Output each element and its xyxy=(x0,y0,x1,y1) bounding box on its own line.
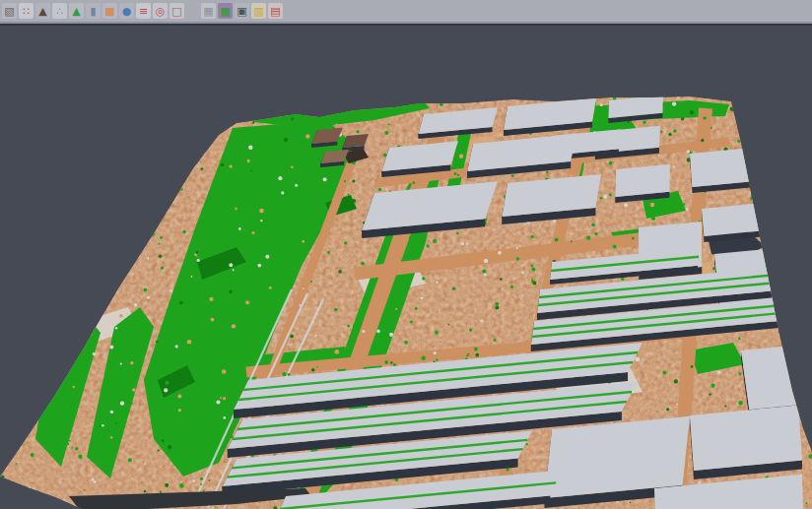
align-points-icon: ∷ xyxy=(23,6,30,17)
point-cloud-icon: ∴ xyxy=(56,6,63,17)
globe-icon: ● xyxy=(122,6,132,17)
raster-grid-icon[interactable]: ▦ xyxy=(201,3,216,19)
clear-selection-icon[interactable]: ▤ xyxy=(268,3,283,19)
open-project-icon[interactable]: ▧ xyxy=(2,3,17,19)
point-cloud-scene xyxy=(0,26,812,509)
measure-lines-icon[interactable]: ≡ xyxy=(136,3,151,19)
raster-grid-icon: ▦ xyxy=(203,6,213,17)
terrain-mesh xyxy=(0,85,812,509)
render-options-icon: ▣ xyxy=(237,6,246,17)
measure-lines-icon: ≡ xyxy=(139,6,148,17)
classification-map-icon[interactable]: ▩ xyxy=(218,3,233,19)
classify-vegetation-icon: ▲ xyxy=(72,6,80,17)
render-options-icon[interactable]: ▣ xyxy=(235,3,249,19)
clear-selection-icon: ▤ xyxy=(270,6,280,17)
selection-box-icon[interactable]: □ xyxy=(169,3,184,19)
terrain-icon[interactable]: ▲ xyxy=(35,3,50,19)
app-window: ▧∷▲∴▲▮■●≡◎□▦▩▣▥▤ xyxy=(0,0,812,509)
globe-icon[interactable]: ● xyxy=(119,3,134,19)
profile-view-icon: ▮ xyxy=(90,6,96,17)
terrain-icon: ▲ xyxy=(38,6,46,17)
3d-viewport[interactable] xyxy=(0,24,812,509)
classify-vegetation-icon[interactable]: ▲ xyxy=(69,3,84,19)
profile-view-icon[interactable]: ▮ xyxy=(86,3,101,19)
point-cloud-icon[interactable]: ∴ xyxy=(52,3,67,19)
export-icon[interactable]: ▥ xyxy=(251,3,266,19)
orthophoto-icon: ■ xyxy=(104,6,114,17)
orthophoto-icon[interactable]: ■ xyxy=(102,3,117,19)
pick-point-icon[interactable]: ◎ xyxy=(153,3,168,19)
open-project-icon: ▧ xyxy=(4,6,14,17)
classification-map-icon: ▩ xyxy=(220,6,230,17)
export-icon: ▥ xyxy=(253,6,263,17)
align-points-icon[interactable]: ∷ xyxy=(19,3,34,19)
pick-point-icon: ◎ xyxy=(156,6,166,17)
selection-box-icon: □ xyxy=(171,6,181,17)
toolbar: ▧∷▲∴▲▮■●≡◎□▦▩▣▥▤ xyxy=(0,0,812,24)
